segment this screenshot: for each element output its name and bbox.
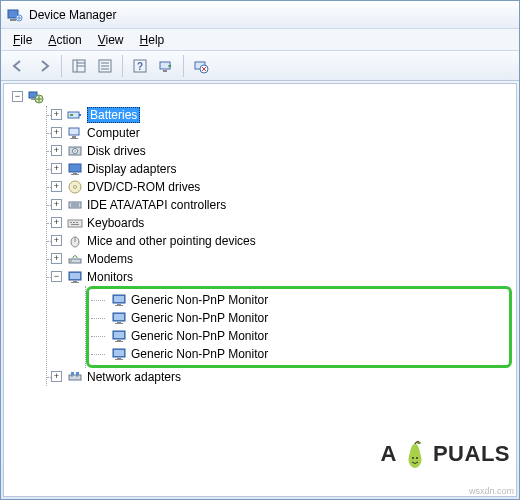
watermark: wsxdn.com [469, 486, 514, 496]
svg-rect-34 [69, 202, 81, 208]
svg-rect-20 [68, 112, 79, 118]
expander-icon[interactable]: + [51, 145, 62, 156]
svg-rect-56 [117, 322, 121, 323]
svg-rect-55 [114, 314, 124, 320]
svg-rect-39 [73, 222, 75, 223]
disk-icon [67, 143, 83, 159]
tree-node-network-adapters[interactable]: +Network adapters [47, 368, 512, 386]
node-label: Computer [87, 126, 140, 140]
menu-view[interactable]: View [90, 31, 132, 49]
menu-file[interactable]: File [5, 31, 40, 49]
svg-rect-52 [117, 304, 121, 305]
node-label: Generic Non-PnP Monitor [131, 329, 268, 343]
svg-rect-31 [71, 174, 79, 175]
svg-rect-51 [114, 296, 124, 302]
svg-rect-24 [72, 136, 76, 138]
svg-rect-57 [115, 323, 123, 324]
tree-root-node[interactable]: − +Batteries+Computer+Disk drives+Displa… [8, 88, 512, 386]
svg-rect-23 [69, 128, 79, 135]
tree-node-computer[interactable]: +Computer [47, 124, 512, 142]
tree-node-display-adapters[interactable]: +Display adapters [47, 160, 512, 178]
back-button[interactable] [6, 54, 30, 78]
tree-node-monitor-child[interactable]: Generic Non-PnP Monitor [91, 327, 507, 345]
svg-point-72 [412, 457, 414, 459]
tree-node-mice-and-other-pointing-devices[interactable]: +Mice and other pointing devices [47, 232, 512, 250]
svg-rect-48 [73, 281, 77, 282]
window-title: Device Manager [29, 8, 116, 22]
mouse-icon [67, 233, 83, 249]
expander-icon[interactable]: + [51, 127, 62, 138]
menu-help[interactable]: Help [132, 31, 173, 49]
tree-content[interactable]: − +Batteries+Computer+Disk drives+Displa… [3, 83, 517, 497]
svg-text:?: ? [137, 61, 143, 72]
forward-button[interactable] [32, 54, 56, 78]
expander-icon[interactable]: − [12, 91, 23, 102]
svg-rect-66 [69, 375, 81, 380]
svg-point-73 [416, 457, 418, 459]
scan-hardware-button[interactable] [154, 54, 178, 78]
svg-rect-22 [70, 114, 73, 116]
svg-rect-14 [163, 70, 167, 72]
svg-rect-40 [76, 222, 78, 223]
tree-node-modems[interactable]: +Modems [47, 250, 512, 268]
expander-icon[interactable]: + [51, 163, 62, 174]
menu-view-label: iew [106, 33, 124, 47]
tree-node-disk-drives[interactable]: +Disk drives [47, 142, 512, 160]
menu-action-label: ction [56, 33, 81, 47]
brand-logo: A PUALS [381, 438, 510, 470]
svg-rect-37 [68, 220, 82, 227]
expander-icon[interactable]: + [51, 109, 62, 120]
expander-icon[interactable]: + [51, 371, 62, 382]
node-label: Display adapters [87, 162, 176, 176]
tree-node-monitor-child[interactable]: Generic Non-PnP Monitor [91, 291, 507, 309]
menu-file-label: ile [20, 33, 32, 47]
svg-rect-61 [115, 341, 123, 342]
battery-icon [67, 107, 83, 123]
computer-icon [67, 125, 83, 141]
svg-rect-67 [71, 372, 74, 375]
uninstall-button[interactable] [189, 54, 213, 78]
tree-node-keyboards[interactable]: +Keyboards [47, 214, 512, 232]
expander-icon[interactable]: + [51, 181, 62, 192]
toolbar: ? [1, 51, 519, 81]
tree-node-monitor-child[interactable]: Generic Non-PnP Monitor [91, 309, 507, 327]
help-button[interactable]: ? [128, 54, 152, 78]
computer-root-icon [28, 89, 44, 105]
expander-icon[interactable]: − [51, 271, 62, 282]
monitor-icon [111, 310, 127, 326]
properties-button[interactable] [93, 54, 117, 78]
monitor-icon [111, 328, 127, 344]
node-label: IDE ATA/ATAPI controllers [87, 198, 226, 212]
toolbar-separator [122, 55, 123, 77]
node-label: Keyboards [87, 216, 144, 230]
tree-node-monitors[interactable]: −MonitorsGeneric Non-PnP MonitorGeneric … [47, 268, 512, 368]
expander-icon[interactable]: + [51, 253, 62, 264]
svg-rect-18 [31, 99, 35, 100]
display-icon [67, 161, 83, 177]
svg-rect-47 [70, 273, 80, 279]
svg-rect-49 [71, 282, 79, 283]
titlebar[interactable]: Device Manager [1, 1, 519, 29]
svg-point-71 [417, 442, 421, 444]
expander-icon[interactable]: + [51, 217, 62, 228]
svg-rect-59 [114, 332, 124, 338]
menu-action[interactable]: Action [40, 31, 89, 49]
node-label: Disk drives [87, 144, 146, 158]
show-hide-tree-button[interactable] [67, 54, 91, 78]
monitor-icon [111, 292, 127, 308]
brand-text-pre: A [381, 441, 397, 467]
node-label: Monitors [87, 270, 133, 284]
modem-icon [67, 251, 83, 267]
tree-node-ide-ata-atapi-controllers[interactable]: +IDE ATA/ATAPI controllers [47, 196, 512, 214]
node-label: Mice and other pointing devices [87, 234, 256, 248]
tree-node-dvd-cd-rom-drives[interactable]: +DVD/CD-ROM drives [47, 178, 512, 196]
svg-point-45 [70, 260, 72, 262]
tree-node-monitor-child[interactable]: Generic Non-PnP Monitor [91, 345, 507, 363]
svg-rect-38 [70, 222, 72, 223]
expander-icon[interactable]: + [51, 235, 62, 246]
expander-icon[interactable]: + [51, 199, 62, 210]
node-label: Generic Non-PnP Monitor [131, 347, 268, 361]
tree-node-batteries[interactable]: +Batteries [47, 106, 512, 124]
svg-rect-63 [114, 350, 124, 356]
network-icon [67, 369, 83, 385]
